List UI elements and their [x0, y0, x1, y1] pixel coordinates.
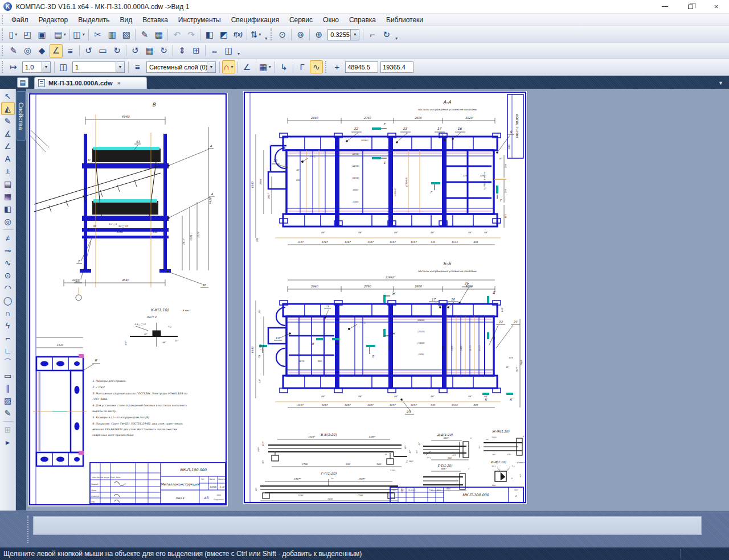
fx-button[interactable]: f(x) — [231, 28, 244, 41]
right-sheet-drawing[interactable]: МК-П-1.00.000А-АНастилы и ограждения усл… — [243, 91, 527, 504]
coord-label-button[interactable]: + — [330, 60, 343, 73]
open-button[interactable]: ◰ — [21, 28, 34, 41]
rotate-right-button[interactable]: ↻ — [110, 44, 124, 57]
ortho-button[interactable]: Γ — [296, 60, 309, 73]
fillet-tool-button[interactable]: ⌒ — [1, 357, 15, 369]
drawing-canvas[interactable]: В4940742032771791261732606405294 □ 12521… — [26, 89, 729, 510]
chevron-down-icon[interactable]: ▼ — [230, 65, 234, 69]
chevron-down-icon[interactable]: ▼ — [268, 65, 272, 69]
constraint-tool-button[interactable]: ∠ — [1, 140, 15, 153]
scale-grid-button[interactable]: ⊞ — [190, 44, 203, 57]
menu-Выделить[interactable]: Выделить — [73, 15, 114, 25]
select-tool-button[interactable]: ↖ — [1, 90, 15, 102]
document-panel-button[interactable]: ▤ — [17, 77, 28, 88]
properties-tab[interactable]: Свойства — [17, 91, 26, 141]
chevron-down-icon[interactable]: ▼ — [42, 62, 50, 72]
associativity-button[interactable]: ∠ — [240, 60, 253, 73]
variables-button[interactable]: ◩ — [217, 28, 230, 41]
pipe-tool-button[interactable]: ⌐ — [1, 332, 15, 344]
menubar-grip[interactable] — [2, 15, 5, 24]
select-pen-button[interactable]: ✎ — [7, 44, 20, 57]
toolbar-overflow-icon[interactable]: ▾ — [395, 36, 398, 43]
chevron-down-icon[interactable]: ▼ — [63, 32, 67, 36]
coord-x-field[interactable]: 48945.5 — [345, 61, 378, 73]
chamfer-tool-button[interactable]: ∟ — [1, 344, 15, 357]
tab-list-dropdown-icon[interactable]: ▼ — [718, 80, 723, 86]
drawing-sheet-1[interactable]: В4940742032771791261732606405294 □ 12521… — [28, 93, 228, 507]
point-tool-button[interactable]: ⊸ — [1, 244, 15, 257]
copies-value-combo[interactable]: 1▼ — [72, 61, 125, 73]
menu-Редактор[interactable]: Редактор — [34, 15, 73, 25]
polyline-tool-button[interactable]: ϟ — [1, 319, 15, 332]
dimension-tool-button[interactable]: ∡ — [1, 127, 15, 140]
toolbar-overflow-icon[interactable]: ▾ — [265, 36, 267, 43]
close-button[interactable]: × — [703, 0, 729, 13]
curve-tool-button[interactable]: ∿ — [1, 257, 15, 269]
select-angle-button[interactable]: ∠ — [50, 44, 63, 57]
copies-button[interactable]: ◫ — [57, 60, 70, 73]
rounding-button[interactable]: ∿ — [310, 60, 323, 73]
menu-Сервис[interactable]: Сервис — [284, 15, 318, 25]
cut-button[interactable]: ✂ — [91, 28, 104, 41]
step-value-combo[interactable]: 1.0▼ — [22, 61, 51, 73]
zoom-value-combo[interactable]: 0.3255▼ — [327, 29, 359, 40]
menu-Инструменты[interactable]: Инструменты — [173, 15, 226, 25]
zoom-area-button[interactable]: ⊚ — [294, 28, 307, 41]
collapse-tool-button[interactable]: ⊞ — [1, 423, 15, 436]
toolbar-grip[interactable] — [271, 28, 273, 40]
specification-button[interactable]: ▦ — [152, 28, 165, 41]
grid-button[interactable]: ▦▼ — [259, 60, 272, 73]
calc-tool-button[interactable]: ± — [1, 165, 15, 178]
chevron-down-icon[interactable]: ▼ — [14, 32, 18, 36]
toolbar-overflow-icon[interactable]: ▾ — [237, 51, 240, 58]
renumber-button[interactable]: ⇅▼ — [249, 28, 263, 41]
spline-tool-button[interactable]: ∩ — [1, 307, 15, 319]
expand-tool-button[interactable]: ▸ — [1, 436, 15, 448]
menu-Файл[interactable]: Файл — [6, 15, 34, 25]
menu-Вид[interactable]: Вид — [115, 15, 138, 25]
menu-Вставка[interactable]: Вставка — [137, 15, 173, 25]
rotate-grid-left-button[interactable]: ↺ — [129, 44, 142, 57]
toolbar-grip[interactable] — [2, 61, 5, 72]
chevron-down-icon[interactable]: ▼ — [350, 30, 359, 40]
circle-tool-button[interactable]: ⊙ — [1, 269, 15, 282]
zoom-in-button[interactable]: ⊕ — [312, 28, 325, 41]
zoom-page-button[interactable]: ⊙ — [276, 28, 289, 41]
drawing-sheet-2[interactable]: МК-П-1.00.000А-АНастилы и ограждения усл… — [243, 91, 527, 504]
step-button[interactable]: ↦ — [7, 60, 20, 73]
select-shield-button[interactable]: ◆ — [35, 44, 48, 57]
paste-button[interactable]: ▧ — [120, 28, 133, 41]
view-tool-tool-button[interactable]: ◎ — [1, 215, 15, 228]
toolbar-grip[interactable] — [2, 46, 5, 56]
line-tool-button[interactable]: ≠ — [1, 232, 15, 244]
brush-tool-button[interactable]: ✎ — [1, 115, 15, 127]
restore-button[interactable] — [678, 0, 703, 13]
rotate-grid-button[interactable]: ▦ — [143, 44, 156, 57]
coord-y-field[interactable]: 19365.4 — [380, 61, 413, 73]
left-sheet-drawing[interactable]: В4940742032771791261732606405294 □ 12521… — [28, 93, 228, 507]
tab-close-icon[interactable]: × — [117, 80, 120, 87]
menu-Справка[interactable]: Справка — [344, 15, 381, 25]
window-views-button[interactable]: ◧ — [203, 28, 216, 41]
menu-Спецификация[interactable]: Спецификация — [226, 15, 284, 25]
hatch-lines-tool-button[interactable]: ∥ — [1, 382, 15, 394]
preview-button[interactable]: ◫▼ — [72, 28, 86, 41]
select-list-button[interactable]: ≡ — [64, 44, 77, 57]
scale-vert-button[interactable]: ⇕ — [175, 44, 189, 57]
arc-tool-button[interactable]: ◠ — [1, 282, 15, 294]
rotate-obj-button[interactable]: ▭ — [96, 44, 109, 57]
copy-properties-button[interactable]: ✎ — [138, 28, 151, 41]
mirror-horiz-button[interactable]: ⇔ — [208, 44, 221, 57]
new-button[interactable]: ▯▼ — [7, 28, 20, 41]
table-tool-button[interactable]: ▤ — [1, 178, 15, 190]
text-tool-button[interactable]: A — [1, 153, 15, 165]
layer-value-combo[interactable]: Системный слой (0)▼ — [146, 61, 216, 73]
select-circle-button[interactable]: ◎ — [21, 44, 34, 57]
region-tool-button[interactable]: ◧ — [1, 203, 15, 215]
menu-Окно[interactable]: Окно — [318, 15, 344, 25]
chevron-down-icon[interactable]: ▼ — [81, 32, 85, 36]
rotate-grid-right-button[interactable]: ↻ — [157, 44, 170, 57]
property-panel-grip[interactable] — [27, 516, 30, 543]
chevron-down-icon[interactable]: ▼ — [207, 62, 215, 72]
minimize-button[interactable] — [652, 0, 678, 13]
